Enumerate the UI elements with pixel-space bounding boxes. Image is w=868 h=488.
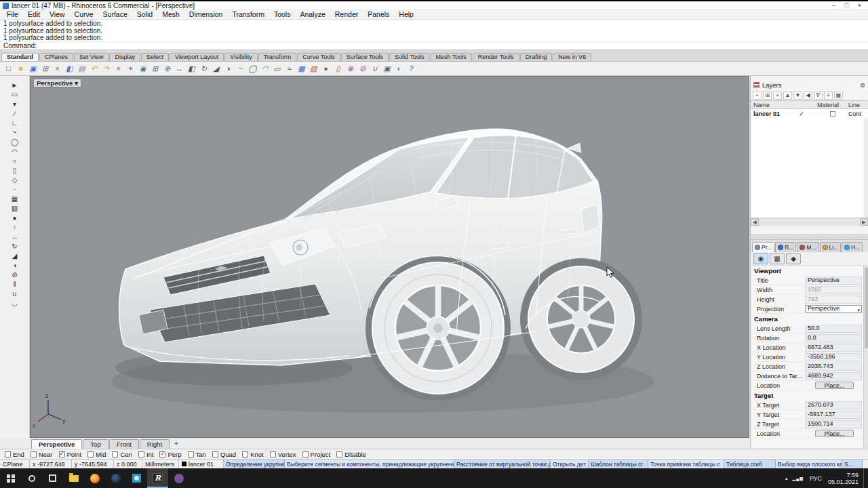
- panel-tab[interactable]: R...: [775, 242, 796, 252]
- rotate-icon[interactable]: ↻: [9, 241, 21, 251]
- checkbox[interactable]: [270, 451, 276, 458]
- curve-icon[interactable]: ~: [9, 127, 21, 137]
- box-icon[interactable]: ▧: [9, 203, 21, 213]
- point-icon[interactable]: ·: [9, 184, 21, 194]
- scale-icon[interactable]: ◢: [210, 63, 222, 75]
- filter-icon[interactable]: ∇: [814, 92, 823, 100]
- show-desktop-button[interactable]: [863, 468, 866, 488]
- panel-splitter[interactable]: [751, 235, 868, 240]
- panel-tab[interactable]: H...: [842, 242, 863, 252]
- checkbox[interactable]: [159, 451, 165, 458]
- osnap-toggle[interactable]: Knot: [242, 451, 264, 458]
- cplane-button[interactable]: CPlane: [0, 460, 30, 468]
- menu-item[interactable]: Help: [394, 10, 418, 19]
- extrude-icon[interactable]: ↑: [9, 222, 21, 232]
- checkbox[interactable]: [112, 451, 118, 458]
- surface-icon[interactable]: ▦: [9, 194, 21, 203]
- property-value[interactable]: 2670.073: [805, 401, 862, 409]
- toolbar-tab[interactable]: Curve Tools: [297, 53, 340, 61]
- property-value[interactable]: 50.0: [805, 325, 862, 333]
- layer-row[interactable]: lancer 01 ✓ Cont: [751, 109, 868, 119]
- menu-item[interactable]: Transform: [227, 10, 269, 19]
- display-properties-button[interactable]: ▦: [770, 253, 785, 264]
- property-value[interactable]: 0.0: [805, 334, 862, 342]
- cylinder-icon[interactable]: ▯: [332, 63, 344, 75]
- arc-icon[interactable]: ◠: [259, 63, 271, 75]
- minimize-button[interactable]: –: [828, 2, 840, 9]
- osnap-toggle[interactable]: Tan: [188, 451, 206, 458]
- language-indicator[interactable]: РУС: [808, 475, 823, 482]
- curve-icon[interactable]: ~: [235, 63, 246, 75]
- menu-item[interactable]: Dimension: [184, 10, 228, 19]
- camera-properties-button[interactable]: ◆: [786, 253, 801, 264]
- viewport-title-chip[interactable]: Perspective ▾: [33, 79, 81, 87]
- ellipse-icon[interactable]: ○: [9, 156, 21, 165]
- open-file-icon[interactable]: ■: [15, 63, 26, 75]
- undo-icon[interactable]: ↶: [88, 63, 100, 75]
- photos-app-icon[interactable]: [126, 468, 147, 488]
- menu-item[interactable]: Edit: [23, 10, 45, 19]
- osnap-toggle[interactable]: Int: [138, 451, 154, 458]
- tools-icon[interactable]: ▦: [834, 92, 843, 100]
- checkbox[interactable]: [87, 451, 94, 458]
- property-value[interactable]: Place...: [805, 430, 862, 438]
- layers-horizontal-scrollbar[interactable]: ◀ ▶: [751, 218, 868, 226]
- osnap-toggle[interactable]: Perp: [159, 451, 181, 458]
- osnap-toggle[interactable]: Project: [302, 451, 331, 458]
- save-icon[interactable]: ▣: [27, 63, 39, 75]
- current-layer-button[interactable]: lancer 01: [179, 460, 224, 468]
- fillet-icon[interactable]: ◡: [9, 298, 21, 308]
- search-icon[interactable]: [21, 468, 42, 488]
- menu-item[interactable]: Surface: [98, 10, 132, 19]
- new-sublayer-icon[interactable]: ⊞: [763, 92, 772, 100]
- join-icon[interactable]: ∪: [369, 63, 380, 75]
- zoom-extents-icon[interactable]: ⊕: [161, 63, 173, 75]
- panel-tab[interactable]: M...: [797, 242, 818, 252]
- rectangle-icon[interactable]: ▯: [9, 165, 21, 175]
- help-icon[interactable]: ?: [406, 63, 417, 75]
- sphere-icon[interactable]: ●: [9, 213, 21, 222]
- render-icon[interactable]: ◐: [393, 63, 405, 75]
- scale-icon[interactable]: ◢: [9, 251, 21, 260]
- circle-icon[interactable]: ◯: [247, 63, 258, 75]
- property-value[interactable]: 4680.942: [805, 372, 862, 380]
- select-pointer-icon[interactable]: ►: [9, 80, 21, 89]
- move-layer-up-icon[interactable]: ▲: [783, 92, 792, 100]
- toolbar-tab[interactable]: Select: [141, 53, 169, 61]
- osnap-toggle[interactable]: Mid: [87, 451, 106, 458]
- column-material[interactable]: Material: [817, 102, 848, 108]
- print-icon[interactable]: ⊞: [39, 63, 51, 75]
- toolbar-tab[interactable]: Solid Tools: [389, 53, 429, 61]
- rotate-icon[interactable]: ↻: [198, 63, 210, 75]
- viewport-tab[interactable]: Front: [109, 439, 139, 449]
- osnap-toggle[interactable]: Near: [31, 451, 53, 458]
- toolbar-tab[interactable]: Surface Tools: [341, 53, 389, 61]
- delete-layer-icon[interactable]: ×: [773, 92, 782, 100]
- add-viewport-button[interactable]: +: [174, 439, 178, 449]
- toolbar-tab[interactable]: Visibility: [224, 53, 257, 61]
- properties-scrollbar[interactable]: [863, 266, 868, 448]
- popup-menu-icon[interactable]: ▾: [9, 99, 21, 108]
- boolean-icon[interactable]: ⊗: [344, 63, 356, 75]
- panel-tab[interactable]: Pr...: [752, 242, 774, 252]
- toolbar-tab[interactable]: Drafting: [520, 53, 553, 61]
- move-icon[interactable]: ↔: [9, 232, 21, 241]
- match-icon[interactable]: ≡: [824, 92, 833, 100]
- scroll-left-icon[interactable]: ◀: [751, 218, 759, 226]
- panel-tab[interactable]: Li...: [820, 242, 842, 252]
- checkbox[interactable]: [302, 451, 309, 458]
- file-explorer-icon[interactable]: [63, 468, 84, 488]
- taskbar-clock[interactable]: 7:59 05.01.2021: [828, 472, 859, 485]
- start-button[interactable]: [0, 468, 21, 488]
- trim-icon[interactable]: ⊘: [9, 270, 21, 279]
- delete-icon[interactable]: ×: [113, 63, 124, 75]
- collapse-icon[interactable]: ◀: [804, 92, 812, 100]
- viewport-tab[interactable]: Perspective: [31, 439, 82, 449]
- column-name[interactable]: Name: [751, 102, 817, 108]
- firefox-icon[interactable]: [84, 468, 105, 488]
- layer-linetype[interactable]: Cont: [848, 110, 868, 117]
- viewport-tab[interactable]: Top: [83, 439, 108, 449]
- toolbar-tab[interactable]: Display: [109, 53, 140, 61]
- mirror-icon[interactable]: ◑: [9, 260, 21, 270]
- menu-item[interactable]: File: [2, 10, 23, 19]
